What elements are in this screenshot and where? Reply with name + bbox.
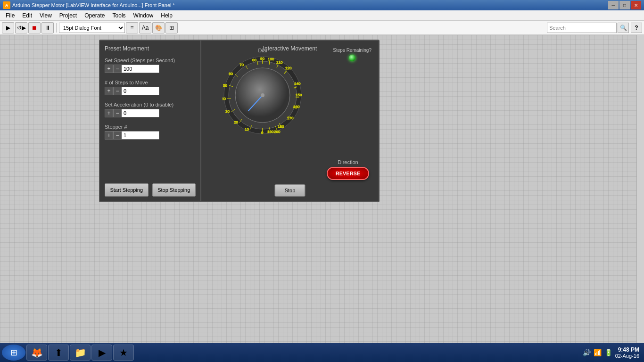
reverse-button[interactable]: REVERSE xyxy=(327,167,369,180)
close-button[interactable]: ✕ xyxy=(631,1,641,9)
stop-stepping-button[interactable]: Stop Stepping xyxy=(152,183,196,197)
start-button[interactable]: ⊞ xyxy=(2,345,25,361)
taskbar-folder[interactable]: 📁 xyxy=(70,345,91,361)
direction-label: Direction xyxy=(327,159,369,165)
svg-point-5 xyxy=(261,93,264,97)
svg-text:50: 50 xyxy=(223,83,227,88)
menu-project[interactable]: Project xyxy=(56,11,81,20)
svg-text:160: 160 xyxy=(293,105,300,109)
svg-text:0: 0 xyxy=(261,131,264,135)
abort-button[interactable]: ⏹ xyxy=(28,22,41,33)
accel-decrement-button[interactable]: − xyxy=(113,109,122,117)
menu-tools[interactable]: Tools xyxy=(109,11,130,20)
steps-input[interactable] xyxy=(122,87,159,95)
steps-control: # of Steps to Move + − xyxy=(105,80,196,95)
accel-label: Set Acceleration (0 to disable) xyxy=(105,102,196,107)
svg-text:20: 20 xyxy=(234,120,238,124)
preset-buttons: Start Stepping Stop Stepping xyxy=(105,183,196,197)
led-indicator xyxy=(349,55,355,61)
menu-edit[interactable]: Edit xyxy=(18,11,36,20)
workspace: Preset Movement Set Speed (Steps per Sec… xyxy=(0,35,644,352)
svg-text:40: 40 xyxy=(223,97,226,101)
menu-help[interactable]: Help xyxy=(157,11,176,20)
start-stepping-button[interactable]: Start Stepping xyxy=(105,183,149,197)
main-panel: Preset Movement Set Speed (Steps per Sec… xyxy=(99,40,380,202)
vertical-scrollbar[interactable] xyxy=(636,35,644,344)
system-icon-network[interactable]: 📶 xyxy=(594,349,602,356)
speed-decrement-button[interactable]: − xyxy=(113,65,122,73)
color-button[interactable]: 🎨 xyxy=(152,22,165,33)
svg-text:70: 70 xyxy=(239,63,244,67)
speed-control: Set Speed (Steps per Second) + − xyxy=(105,58,196,73)
menu-view[interactable]: View xyxy=(36,11,56,20)
svg-text:190: 190 xyxy=(267,130,274,134)
svg-text:200: 200 xyxy=(274,130,281,134)
taskbar-up[interactable]: ⬆ xyxy=(48,345,69,361)
steps-decrement-button[interactable]: − xyxy=(113,87,122,95)
preset-section: Preset Movement Set Speed (Steps per Sec… xyxy=(100,41,201,201)
steps-remaining-indicator: Steps Remaining? xyxy=(333,48,372,61)
svg-text:110: 110 xyxy=(276,60,283,65)
stop-button[interactable]: Stop xyxy=(275,184,305,197)
menu-operate[interactable]: Operate xyxy=(81,11,108,20)
stepper-input[interactable] xyxy=(122,131,159,140)
text-size-button[interactable]: Aa xyxy=(139,22,151,33)
taskbar-star[interactable]: ★ xyxy=(113,345,134,361)
system-icon-speaker[interactable]: 🔊 xyxy=(583,349,591,356)
taskbar-firefox[interactable]: 🦊 xyxy=(26,345,47,361)
stepper-increment-button[interactable]: + xyxy=(105,131,113,140)
preset-title: Preset Movement xyxy=(105,45,196,52)
svg-text:10: 10 xyxy=(245,127,249,132)
minimize-button[interactable]: ─ xyxy=(608,1,619,9)
system-icon-battery[interactable]: 🔋 xyxy=(604,349,612,356)
window-controls: ─ □ ✕ xyxy=(608,1,641,9)
svg-text:90: 90 xyxy=(260,57,264,61)
steps-remaining-label: Steps Remaining? xyxy=(333,48,372,53)
pause-button[interactable]: ⏸ xyxy=(41,22,54,33)
steps-increment-button[interactable]: + xyxy=(105,87,113,95)
interactive-section: Interactive Movement Steps Remaining? Di… xyxy=(201,41,379,201)
taskbar-clock[interactable]: 9:48 PM 02-Aug-16 xyxy=(615,346,639,359)
run-continuously-button[interactable]: ↺▶ xyxy=(15,22,27,33)
window-title: Arduino Stepper Motor [LabVIEW Interface… xyxy=(12,2,608,8)
svg-text:180: 180 xyxy=(278,124,284,129)
separator-1 xyxy=(56,23,57,33)
stepper-label: Stepper # xyxy=(105,124,196,130)
search-input[interactable] xyxy=(547,23,617,33)
speed-increment-button[interactable]: + xyxy=(105,65,113,73)
speed-input[interactable] xyxy=(122,65,159,73)
font-selector[interactable]: 15pt Dialog Font xyxy=(59,23,125,33)
accel-increment-button[interactable]: + xyxy=(105,109,113,117)
menu-file[interactable]: File xyxy=(2,11,18,20)
pattern-button[interactable]: ⊞ xyxy=(165,22,178,33)
taskbar: ⊞ 🦊 ⬆ 📁 ▶ ★ 🔊 📶 🔋 9:48 PM 02-Aug-16 xyxy=(0,343,644,362)
svg-text:80: 80 xyxy=(252,58,256,62)
svg-line-26 xyxy=(269,61,270,65)
stepper-decrement-button[interactable]: − xyxy=(113,131,122,140)
accel-input[interactable] xyxy=(122,109,159,117)
accel-control: Set Acceleration (0 to disable) + − xyxy=(105,102,196,117)
clock-time: 9:48 PM xyxy=(615,346,639,353)
toolbar: ▶ ↺▶ ⏹ ⏸ 15pt Dialog Font ≡ Aa 🎨 ⊞ 🔍 ? xyxy=(0,21,644,35)
run-button[interactable]: ▶ xyxy=(2,22,14,33)
menu-bar: File Edit View Project Operate Tools Win… xyxy=(0,10,644,21)
taskbar-right: 🔊 📶 🔋 9:48 PM 02-Aug-16 xyxy=(583,346,642,359)
text-align-button[interactable]: ≡ xyxy=(126,22,138,33)
app-icon: A xyxy=(3,1,10,9)
clock-date: 02-Aug-16 xyxy=(615,353,639,359)
help-button[interactable]: ? xyxy=(631,23,642,33)
svg-text:100: 100 xyxy=(268,57,274,61)
svg-text:140: 140 xyxy=(294,82,301,86)
speed-label: Set Speed (Steps per Second) xyxy=(105,58,196,63)
svg-text:30: 30 xyxy=(225,109,230,114)
steps-label: # of Steps to Move xyxy=(105,80,196,85)
svg-text:170: 170 xyxy=(287,116,294,120)
dial-label: Dial xyxy=(215,48,310,53)
dial-svg[interactable]: 0 10 20 30 xyxy=(223,55,303,135)
menu-window[interactable]: Window xyxy=(130,11,157,20)
search-button[interactable]: 🔍 xyxy=(618,23,629,33)
svg-text:150: 150 xyxy=(296,93,302,97)
taskbar-media[interactable]: ▶ xyxy=(91,345,112,361)
maximize-button[interactable]: □ xyxy=(619,1,630,9)
dial-container: Dial xyxy=(215,48,310,135)
